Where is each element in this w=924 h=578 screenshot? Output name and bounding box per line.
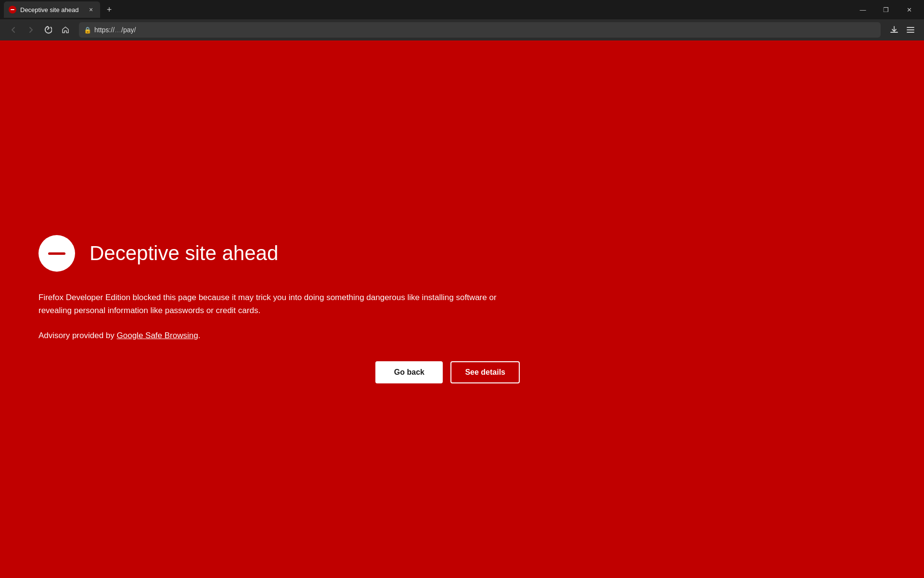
forward-button[interactable]: [23, 22, 38, 38]
advisory-prefix: Advisory provided by: [38, 331, 117, 340]
restore-button[interactable]: ❐: [875, 2, 897, 17]
lock-icon: 🔒: [84, 26, 91, 34]
address-suffix: /pay/: [121, 26, 136, 34]
active-tab[interactable]: Deceptive site ahead ×: [4, 1, 100, 18]
minimize-button[interactable]: —: [852, 2, 874, 17]
warning-circle-icon: [38, 235, 75, 272]
new-tab-button[interactable]: +: [102, 2, 116, 17]
menu-button[interactable]: [903, 22, 918, 38]
titlebar: Deceptive site ahead × + — ❐ ✕: [0, 0, 924, 19]
warning-minus-shape: [48, 252, 65, 255]
downloads-button[interactable]: [886, 22, 902, 38]
error-description: Firefox Developer Edition blocked this p…: [38, 291, 520, 317]
button-row: Go back See details: [38, 361, 520, 383]
address-prefix: https://: [94, 26, 115, 34]
address-bar[interactable]: 🔒 https://…/pay/: [79, 22, 881, 38]
navbar: 🔒 https://…/pay/: [0, 19, 924, 40]
see-details-button[interactable]: See details: [450, 361, 520, 383]
error-content: Deceptive site ahead Firefox Developer E…: [38, 235, 520, 383]
go-back-button[interactable]: Go back: [375, 361, 443, 383]
tab-warning-icon: [9, 6, 16, 13]
tab-close-button[interactable]: ×: [87, 5, 95, 14]
tab-title: Deceptive site ahead: [20, 6, 83, 13]
error-body: Firefox Developer Edition blocked this p…: [38, 291, 520, 383]
close-button[interactable]: ✕: [898, 2, 920, 17]
home-button[interactable]: [58, 22, 73, 38]
nav-right-controls: [886, 22, 918, 38]
error-page: Deceptive site ahead Firefox Developer E…: [0, 40, 924, 578]
google-safe-browsing-link[interactable]: Google Safe Browsing: [117, 331, 198, 340]
address-text: https://…/pay/: [94, 26, 876, 34]
back-button[interactable]: [6, 22, 21, 38]
error-title: Deceptive site ahead: [90, 242, 278, 265]
advisory-suffix: .: [198, 331, 201, 340]
advisory-text: Advisory provided by Google Safe Browsin…: [38, 329, 520, 342]
reload-button[interactable]: [40, 22, 56, 38]
address-middle: …: [115, 26, 121, 34]
window-controls: — ❐ ✕: [852, 2, 920, 17]
error-header: Deceptive site ahead: [38, 235, 520, 272]
